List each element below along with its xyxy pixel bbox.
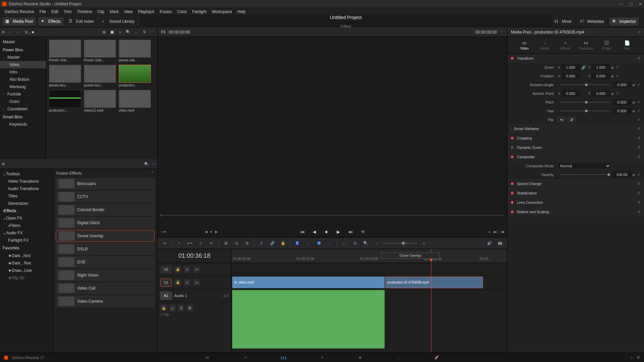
flip-h-button[interactable]: ⇋	[557, 116, 566, 123]
clip-thumb[interactable]: pexels-tary...	[84, 65, 116, 87]
timeline-body[interactable]: Drone Overlay ↖ ▫ 01:00:00:00 01:00:12:0…	[231, 249, 507, 353]
page-fusion[interactable]: ✦	[318, 355, 326, 361]
blade-tool[interactable]: ✂	[208, 240, 215, 247]
page-cut[interactable]: ✂	[241, 355, 250, 361]
keyframe-button[interactable]: ◆	[610, 74, 615, 78]
zoom-in-button[interactable]: +	[420, 240, 428, 247]
viewer-scrubber[interactable]	[160, 215, 504, 216]
inspector-expand-button[interactable]: ⤢	[637, 30, 641, 35]
keyframe-button[interactable]: ◆	[631, 173, 636, 177]
maximize-button[interactable]: ▢	[629, 2, 633, 6]
fx-titles[interactable]: Titles	[0, 192, 53, 200]
reset-param-button[interactable]: ↺	[615, 65, 620, 70]
timeline-clip-audio1[interactable]	[232, 290, 385, 349]
fx-effects[interactable]: ›Effects	[0, 207, 53, 215]
zoom-full-button[interactable]: ⛶	[340, 240, 348, 247]
menu-file[interactable]: File	[37, 9, 49, 14]
keyframe-button[interactable]: ◆	[631, 109, 636, 113]
yaw-input[interactable]: 0.000	[612, 108, 631, 114]
menu-help[interactable]: Help	[234, 9, 248, 14]
thumb-view-button[interactable]: ▦	[109, 29, 115, 35]
lens-correction-header[interactable]: Lens Correction↺	[507, 198, 644, 207]
bin-pb-master[interactable]: ⌄Master	[0, 54, 46, 61]
fx-fav4[interactable]: ★ Flip 3D	[0, 274, 53, 282]
loop-button[interactable]: ⟲	[359, 229, 366, 234]
timeline-view-options[interactable]: ▭	[161, 240, 168, 247]
bin-master[interactable]: Master	[0, 38, 46, 46]
match-frame-button[interactable]: ▭	[488, 230, 491, 234]
go-start-button[interactable]: ⏮	[299, 229, 306, 234]
pos-y-input[interactable]: 0.000	[591, 73, 610, 79]
reset-param-button[interactable]: ↺	[615, 74, 620, 78]
fx-filters[interactable]: ›Filters	[0, 222, 53, 229]
page-fairlight[interactable]: ♪	[394, 355, 402, 361]
bin-selector[interactable]: V...	[23, 30, 36, 35]
track-auto-v2[interactable]: ◇	[184, 266, 191, 273]
fx-category-header[interactable]: Fusion Effects ⌃	[53, 169, 157, 178]
fx-generators[interactable]: Generators	[0, 200, 53, 207]
viewer-canvas[interactable]	[158, 37, 507, 226]
sort-button[interactable]: ⇅	[141, 29, 147, 35]
inspector-tab-image[interactable]: 🖼Image	[598, 40, 614, 50]
bin-werbung[interactable]: Werbung	[0, 83, 46, 90]
stop-button[interactable]: ■	[323, 229, 330, 234]
fx-item-binoculars[interactable]: Binoculars	[56, 178, 155, 190]
zoom-y-input[interactable]: 1.000	[591, 64, 610, 70]
list-view-button[interactable]: ≡	[117, 29, 123, 35]
flag-dropdown[interactable]: ⌄	[305, 240, 312, 247]
track-lock-a1[interactable]: 🔒	[160, 305, 167, 311]
track-auto-v1[interactable]: ◇	[184, 279, 191, 286]
fx-item-video-camera[interactable]: Video Camera	[56, 295, 155, 307]
pos-x-input[interactable]: 0.000	[561, 73, 580, 79]
clip-thumb[interactable]: pexels-mik...	[119, 40, 151, 62]
menu-mark[interactable]: Mark	[107, 9, 121, 14]
clip-thumb[interactable]: Pexels Vide...	[49, 40, 81, 62]
fx-audio-transitions[interactable]: Audio Transitions	[0, 185, 53, 192]
reset-param-button[interactable]: ↺	[636, 109, 641, 113]
clip-thumb[interactable]: Pexels Vide...	[84, 40, 116, 62]
menu-workspace[interactable]: Workspace	[209, 9, 235, 14]
prev-edit-button[interactable]: ◀	[205, 230, 207, 234]
audio-monitor-button[interactable]: 🔊	[486, 240, 493, 247]
composite-header[interactable]: Composite↺	[507, 152, 644, 162]
timeline-ruler[interactable]: 01:00:00:00 01:00:12:00 01:00:24:00 01:0…	[231, 249, 507, 263]
reset-button[interactable]: ↺	[637, 191, 641, 195]
bin-outro[interactable]: Outro	[0, 98, 46, 105]
lock-toggle[interactable]: 🔒	[279, 240, 287, 247]
track-lane-v2[interactable]	[231, 263, 507, 276]
track-lock-v2[interactable]: 🔒	[174, 266, 181, 273]
step-back-button[interactable]: ◀	[311, 229, 318, 234]
viewer-options-button[interactable]: ⋯	[500, 30, 504, 34]
dynamic-zoom-header[interactable]: Dynamic Zoom↺	[507, 143, 644, 152]
pitch-slider[interactable]	[560, 102, 610, 103]
nav-back-button[interactable]: ‹	[7, 29, 13, 35]
bin-keywords[interactable]: Keywords	[0, 121, 46, 128]
menu-playback[interactable]: Playback	[135, 9, 157, 14]
retime-scaling-header[interactable]: Retime and Scaling↺	[507, 207, 644, 217]
menu-edit[interactable]: Edit	[49, 9, 61, 14]
track-enable-v1[interactable]: ▭	[193, 279, 200, 286]
go-end-button[interactable]: ⏭	[347, 229, 354, 234]
viewer-timecode-left[interactable]: 00:00:00:00	[169, 30, 190, 35]
inspector-tab-effects[interactable]: ✦Effects	[557, 40, 574, 50]
reset-param-button[interactable]: ↺	[636, 118, 641, 122]
menu-timeline[interactable]: Timeline	[74, 9, 95, 14]
track-solo-a1[interactable]: S	[178, 305, 184, 311]
fx-item-cctv[interactable]: CCTV	[56, 191, 155, 203]
reset-button[interactable]: ↺	[637, 136, 641, 140]
media-pool-toggle[interactable]: ▦ Media Pool	[3, 17, 36, 25]
next-edit-button[interactable]: ▶	[215, 230, 218, 234]
enable-dot-icon[interactable]	[511, 192, 514, 194]
enable-dot-icon[interactable]	[511, 146, 514, 149]
bin-abo[interactable]: Abo Button	[0, 76, 46, 83]
page-edit[interactable]: ⫿⫿⫿	[280, 355, 288, 361]
fx-item-colored-border[interactable]: Colored Border	[56, 204, 155, 216]
opacity-input[interactable]: 100.00	[612, 172, 631, 178]
timeline-clip-video2[interactable]: production ID 4763035.mp4	[385, 277, 483, 288]
search-button[interactable]: 🔍	[125, 29, 131, 35]
zoom-out-button[interactable]: −	[373, 240, 380, 247]
marker-dropdown[interactable]: ⌄	[326, 240, 333, 247]
flag-button[interactable]	[294, 240, 301, 247]
stabilization-header[interactable]: Stabilization↺	[507, 188, 644, 198]
reset-button[interactable]: ↺	[637, 126, 641, 131]
